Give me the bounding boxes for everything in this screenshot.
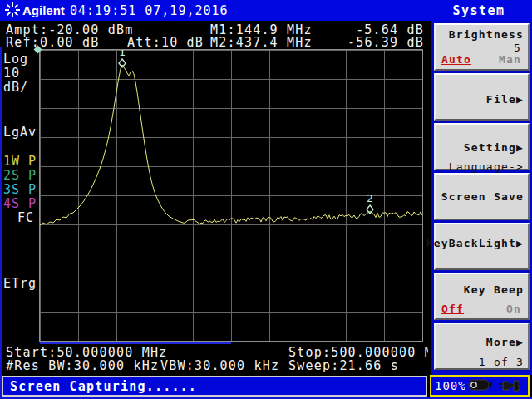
- battery-icon: [468, 379, 495, 391]
- status-message: Screen Capturing......: [10, 379, 197, 394]
- language-sub-label: Language->: [449, 160, 524, 173]
- softkey-keybacklight[interactable]: KeyBackLight▶: [434, 223, 530, 270]
- agilent-logo-icon: [5, 2, 20, 17]
- brightness-auto-option[interactable]: Auto: [441, 53, 471, 66]
- marker-number-label: 1: [119, 50, 126, 58]
- scale-value-label: 10: [3, 66, 20, 81]
- ext-trigger-label: ETrg: [3, 276, 37, 291]
- softkey-file[interactable]: File▶: [434, 73, 530, 121]
- datetime-display: 04:19:51 07,19,2016: [70, 3, 229, 18]
- softkey-label: Screen Save: [441, 190, 524, 203]
- screen-edge-left: [0, 47, 2, 397]
- marker-number-label: 2: [367, 192, 373, 204]
- marker-diamond-icon: [367, 205, 373, 214]
- attenuation-readout: Att:10 dB: [127, 35, 204, 50]
- coupling-label: FC: [17, 210, 34, 225]
- softkey-label: Key Beep: [464, 283, 524, 296]
- menu-title: System: [429, 3, 529, 18]
- spectrum-trace: 12: [40, 50, 422, 341]
- ref-level-readout: Ref:0.00 dB: [6, 35, 100, 50]
- page-indicator: 1 of 3: [479, 356, 524, 368]
- softkey-key-beep[interactable]: Key Beep Off On: [434, 273, 530, 320]
- softkey-setting[interactable]: Setting▶ Language->: [434, 123, 530, 170]
- res-bandwidth: #Res BW:30.000 kHz: [6, 358, 159, 373]
- trace4-status-label: 4S P: [3, 196, 37, 211]
- trace3-status-label: 3S P: [3, 182, 37, 197]
- brightness-value: 5: [514, 42, 521, 54]
- marker2-frequency: M2:437.4 MHz: [210, 35, 313, 50]
- ac-plug-icon: [498, 378, 521, 392]
- log-average-label: LgAv: [3, 125, 37, 140]
- trace1-status-label: 1W P: [3, 154, 37, 169]
- brightness-man-option[interactable]: Man: [499, 53, 521, 66]
- softkey-label: File▶: [486, 93, 524, 106]
- softkey-brightness[interactable]: Brightness 5 Auto Man: [434, 23, 530, 71]
- softkey-menu: Brightness 5 Auto Man File▶ Setting▶ Lan…: [428, 21, 532, 375]
- log-scale-label: Log: [3, 52, 28, 66]
- brand-name: Agilent: [22, 3, 65, 17]
- softkey-label: KeyBackLight▶: [426, 237, 524, 249]
- scale-unit-label: dB/: [3, 80, 28, 95]
- trace2-status-label: 2S P: [3, 168, 37, 183]
- keybeep-off-option[interactable]: Off: [441, 303, 464, 315]
- sweep-progress-bar: [40, 342, 231, 344]
- spectrum-analyzer-screen: Agilent 04:19:51 07,19,2016 System Ampt:…: [0, 0, 532, 399]
- softkey-label: Brightness: [449, 28, 524, 41]
- title-bar: Agilent 04:19:51 07,19,2016 System: [0, 0, 532, 21]
- softkey-more[interactable]: More▶ 1 of 3: [434, 323, 530, 370]
- softkey-screen-save[interactable]: Screen Save: [434, 173, 530, 220]
- marker-diamond-icon: [119, 59, 126, 67]
- sweep-time: Sweep:21.66 s: [288, 358, 399, 373]
- battery-percent: 100%: [435, 379, 466, 392]
- status-bar: Screen Capturing......: [2, 376, 427, 397]
- battery-indicator: 100%: [430, 375, 530, 397]
- softkey-label: Setting▶: [464, 141, 524, 154]
- softkey-label: More▶: [486, 336, 524, 348]
- marker2-amplitude: -56.39 dB: [347, 35, 424, 50]
- keybeep-on-option[interactable]: On: [506, 303, 521, 315]
- video-bandwidth: VBW:30.000 kHz: [160, 358, 279, 373]
